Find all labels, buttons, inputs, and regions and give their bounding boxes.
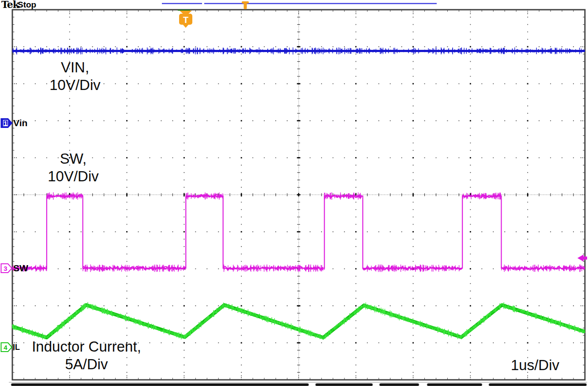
- channel-label-il: IL: [13, 343, 20, 352]
- channel-label-vin: Vin: [13, 118, 27, 128]
- trigger-level-arrow-icon[interactable]: [577, 255, 587, 262]
- brand-logo: Tek: [1, 0, 19, 10]
- annotation-line: 10V/Div: [49, 77, 101, 93]
- channel-badge-3[interactable]: 3: [1, 264, 12, 273]
- svg-text:T: T: [183, 15, 188, 25]
- annotation-line: 1us/Div: [511, 357, 559, 373]
- svg-text:1: 1: [4, 120, 7, 127]
- trigger-flag-icon[interactable]: T: [178, 10, 192, 28]
- acquisition-status: Stop: [18, 0, 36, 10]
- svg-text:4: 4: [4, 344, 7, 351]
- annotation-vin: VIN, 10V/Div: [49, 59, 101, 94]
- scope-display: T134: [0, 0, 588, 386]
- annotation-line: Inductor Current,: [32, 338, 141, 355]
- channel-badge-1[interactable]: 1: [1, 119, 12, 127]
- channel-label-sw: SW: [13, 263, 28, 274]
- annotation-inductor-current: Inductor Current, 5A/Div: [32, 338, 141, 373]
- annotation-line: VIN,: [61, 59, 89, 75]
- annotation-line: 10V/Div: [48, 168, 99, 184]
- channel-badge-4[interactable]: 4: [1, 343, 12, 352]
- menu-button-stub[interactable]: [427, 383, 482, 386]
- annotation-sw: SW, 10V/Div: [48, 150, 99, 185]
- svg-text:3: 3: [4, 265, 7, 272]
- annotation-timebase: 1us/Div: [511, 356, 559, 374]
- menu-button-stub[interactable]: [11, 383, 309, 386]
- annotation-line: 5A/Div: [65, 356, 108, 372]
- menu-button-stub[interactable]: [379, 383, 419, 386]
- record-trigger-position-icon[interactable]: [242, 1, 249, 9]
- menu-button-stub[interactable]: [315, 383, 373, 386]
- menu-button-stub[interactable]: [489, 383, 587, 386]
- annotation-line: SW,: [60, 150, 87, 167]
